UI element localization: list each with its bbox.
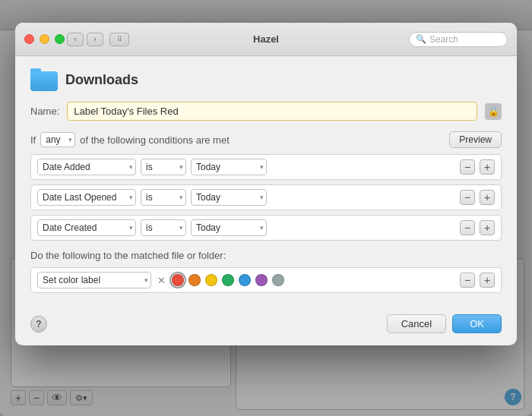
cancel-button[interactable]: Cancel (387, 314, 446, 333)
color-dot-purple[interactable] (255, 274, 268, 286)
if-label: If (30, 134, 36, 146)
footer-buttons: Cancel OK (387, 314, 502, 333)
conditions-header: If any all of the following conditions a… (30, 131, 502, 148)
window-title: Hazel (253, 33, 279, 45)
action-clear-button[interactable]: ✕ (156, 275, 167, 286)
condition-op-select-1[interactable]: is (141, 189, 186, 206)
folder-body (30, 71, 58, 91)
condition-val-wrap-0: Today (191, 159, 267, 175)
conditions-text: of the following conditions are met (80, 134, 230, 146)
title-bar: ‹ › ⠿ Hazel 🔍 Search (15, 23, 517, 56)
folder-icon (30, 68, 58, 91)
color-dot-gray[interactable] (272, 274, 284, 286)
name-row: Name: 🔒 (30, 102, 502, 121)
condition-op-select-2[interactable]: is (141, 219, 186, 236)
folder-header: Downloads (30, 68, 502, 91)
grid-button[interactable]: ⠿ (109, 33, 129, 46)
lock-icon[interactable]: 🔒 (485, 103, 502, 120)
condition-minus-button-1[interactable]: − (460, 190, 475, 205)
condition-field-select-2[interactable]: Date Created (37, 219, 136, 236)
condition-op-wrap-1: is (141, 189, 186, 206)
modal-content: Downloads Name: 🔒 If any all of the foll… (15, 56, 517, 305)
window-controls (24, 34, 65, 44)
help-button[interactable]: ? (30, 316, 47, 332)
condition-val-wrap-2: Today (191, 219, 267, 236)
condition-row: Date Last Opened is Today − + (30, 184, 502, 210)
any-select-wrap: any all (40, 132, 75, 147)
search-icon: 🔍 (416, 34, 426, 44)
condition-val-select-1[interactable]: Today (191, 189, 267, 206)
condition-plus-button-0[interactable]: + (480, 159, 495, 175)
folder-name: Downloads (65, 72, 138, 88)
condition-plus-button-1[interactable]: + (480, 190, 495, 205)
condition-val-select-2[interactable]: Today (191, 219, 267, 236)
condition-field-wrap-1: Date Last Opened (37, 189, 136, 206)
close-button[interactable] (24, 34, 34, 44)
name-input[interactable] (67, 102, 477, 121)
action-minus-button[interactable]: − (460, 273, 475, 288)
condition-field-select-0[interactable]: Date Added (37, 159, 136, 175)
actions-label: Do the following to the matched file or … (30, 250, 502, 261)
condition-op-select-0[interactable]: is (141, 159, 186, 175)
modal-dialog: ‹ › ⠿ Hazel 🔍 Search Downloads (15, 23, 517, 345)
condition-field-select-1[interactable]: Date Last Opened (37, 189, 136, 206)
preview-button[interactable]: Preview (449, 131, 502, 148)
ok-button[interactable]: OK (452, 314, 502, 333)
forward-button[interactable]: › (87, 33, 103, 46)
modal-overlay: ‹ › ⠿ Hazel 🔍 Search Downloads (0, 0, 532, 416)
condition-minus-button-0[interactable]: − (460, 159, 475, 175)
action-select[interactable]: Set color label (37, 272, 151, 288)
action-plus-button[interactable]: + (480, 273, 495, 288)
color-dot-red[interactable] (172, 274, 184, 286)
condition-val-wrap-1: Today (191, 189, 267, 206)
back-button[interactable]: ‹ (67, 33, 84, 46)
any-select[interactable]: any all (40, 132, 75, 147)
condition-field-wrap-0: Date Added (37, 159, 136, 175)
modal-footer: ? Cancel OK (15, 305, 517, 345)
color-circles (172, 274, 284, 286)
condition-row: Date Created is Today − + (30, 215, 502, 241)
action-row: Set color label ✕ − + (30, 267, 502, 293)
condition-val-select-0[interactable]: Today (191, 159, 267, 175)
search-placeholder: Search (429, 34, 458, 45)
condition-op-wrap-2: is (141, 219, 186, 236)
condition-minus-button-2[interactable]: − (460, 220, 475, 235)
condition-row: Date Added is Today − + (30, 154, 502, 180)
minimize-button[interactable] (40, 34, 49, 44)
condition-plus-button-2[interactable]: + (480, 220, 495, 235)
color-dot-blue[interactable] (239, 274, 251, 286)
maximize-button[interactable] (55, 34, 65, 44)
search-box[interactable]: 🔍 Search (409, 32, 508, 47)
condition-field-wrap-2: Date Created (37, 219, 136, 236)
action-select-wrap: Set color label (37, 272, 151, 288)
color-dot-green[interactable] (222, 274, 234, 286)
navigation-buttons: ‹ › ⠿ (67, 33, 129, 46)
name-label: Name: (30, 106, 59, 117)
color-dot-orange[interactable] (188, 274, 201, 286)
condition-op-wrap-0: is (141, 159, 186, 175)
color-dot-yellow[interactable] (205, 274, 217, 286)
condition-rows: Date Added is Today − + Date Last Opened (30, 154, 502, 241)
